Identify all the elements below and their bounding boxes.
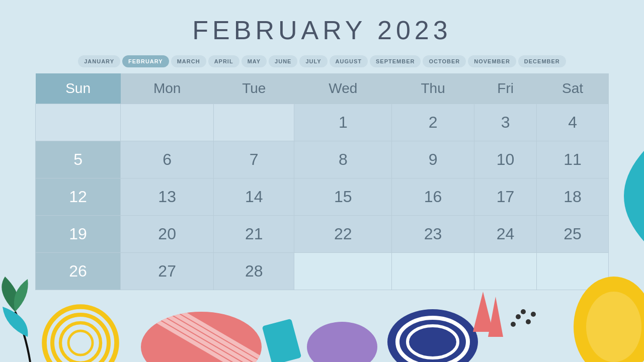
svg-line-8 [141,312,262,362]
calendar-day-empty [121,104,214,141]
calendar-day-24[interactable]: 24 [474,216,537,253]
calendar-day-2[interactable]: 2 [392,104,474,141]
calendar-week-2: 567891011 [36,141,609,178]
month-nav-item-august[interactable]: AUGUST [330,55,368,67]
svg-marker-19 [488,297,503,337]
calendar-day-empty [537,253,609,290]
svg-line-9 [151,312,272,362]
calendar-day-20[interactable]: 20 [121,216,214,253]
calendar-day-16[interactable]: 16 [392,178,474,216]
calendar-day-18[interactable]: 18 [537,178,609,216]
svg-point-2 [60,323,101,362]
weekday-header-row: SunMonTueWedThuFriSat [36,73,609,104]
calendar-day-28[interactable]: 28 [214,253,294,290]
calendar-day-3[interactable]: 3 [474,104,537,141]
calendar-header: SunMonTueWedThuFriSat [36,73,609,104]
svg-point-16 [397,318,468,362]
svg-point-5 [586,292,641,362]
calendar-day-11[interactable]: 11 [537,141,609,178]
weekday-header-mon: Mon [121,73,214,104]
calendar-day-25[interactable]: 25 [537,216,609,253]
svg-line-11 [171,312,292,362]
calendar-day-6[interactable]: 6 [121,141,214,178]
calendar-table: SunMonTueWedThuFriSat 123456789101112131… [35,73,609,290]
weekday-header-sun: Sun [36,73,121,104]
svg-point-15 [387,309,478,362]
calendar-day-26[interactable]: 26 [36,253,121,290]
calendar-day-14[interactable]: 14 [214,178,294,216]
month-nav-item-may[interactable]: MAY [242,55,267,67]
calendar-day-13[interactable]: 13 [121,178,214,216]
svg-marker-18 [473,292,493,332]
month-nav-item-september[interactable]: SEPTEMBER [370,55,421,67]
calendar-day-22[interactable]: 22 [294,216,392,253]
calendar-day-21[interactable]: 21 [214,216,294,253]
weekday-header-tue: Tue [214,73,294,104]
calendar-day-15[interactable]: 15 [294,178,392,216]
calendar-day-19[interactable]: 19 [36,216,121,253]
svg-line-12 [181,312,302,362]
calendar-day-5[interactable]: 5 [36,141,121,178]
weekday-header-sat: Sat [537,73,609,104]
month-nav-item-october[interactable]: OCTOBER [423,55,466,67]
svg-point-24 [511,322,516,327]
calendar-day-10[interactable]: 10 [474,141,537,178]
deco-teal-right-circle [614,151,644,241]
weekday-header-wed: Wed [294,73,392,104]
svg-point-23 [531,312,536,317]
weekday-header-thu: Thu [392,73,474,104]
calendar-day-empty [36,104,121,141]
calendar-day-empty [474,253,537,290]
deco-bottom-shapes [101,292,553,362]
svg-rect-13 [262,319,302,362]
svg-point-7 [141,312,262,362]
month-nav-item-march[interactable]: MARCH [171,55,206,67]
svg-point-20 [516,314,521,319]
calendar-week-3: 12131415161718 [36,178,609,216]
month-nav-item-july[interactable]: JULY [299,55,327,67]
month-nav-item-april[interactable]: APRIL [208,55,239,67]
calendar-body: 1234567891011121314151617181920212223242… [36,104,609,290]
svg-point-6 [141,312,262,362]
month-nav-item-june[interactable]: JUNE [269,55,297,67]
svg-point-3 [68,331,93,355]
month-nav-item-january[interactable]: JANUARY [78,55,120,67]
calendar-day-8[interactable]: 8 [294,141,392,178]
calendar-week-5: 262728 [36,253,609,290]
svg-point-17 [408,326,458,358]
month-nav-item-february[interactable]: FEBRUARY [122,55,169,67]
calendar-day-23[interactable]: 23 [392,216,474,253]
calendar-day-empty [294,253,392,290]
svg-point-1 [52,315,109,362]
page-title: FEBRUARY 2023 [0,0,644,55]
calendar-day-27[interactable]: 27 [121,253,214,290]
svg-point-21 [526,319,531,324]
calendar-day-7[interactable]: 7 [214,141,294,178]
svg-point-0 [44,307,117,362]
calendar-day-1[interactable]: 1 [294,104,392,141]
calendar-wrapper: SunMonTueWedThuFriSat 123456789101112131… [35,73,609,290]
calendar-day-12[interactable]: 12 [36,178,121,216]
calendar-day-empty [214,104,294,141]
calendar-day-4[interactable]: 4 [537,104,609,141]
calendar-day-17[interactable]: 17 [474,178,537,216]
calendar-week-1: 1234 [36,104,609,141]
svg-point-14 [307,322,377,362]
svg-line-10 [161,312,282,362]
deco-circle-yellow-left [40,292,121,362]
calendar-week-4: 19202122232425 [36,216,609,253]
calendar-day-9[interactable]: 9 [392,141,474,178]
weekday-header-fri: Fri [474,73,537,104]
calendar-day-empty [392,253,474,290]
month-nav-item-november[interactable]: NOVEMBER [468,55,516,67]
month-nav-item-december[interactable]: DECEMBER [518,55,566,67]
month-navigation: JANUARYFEBRUARYMARCHAPRILMAYJUNEJULYAUGU… [35,55,609,67]
svg-point-22 [521,309,526,314]
